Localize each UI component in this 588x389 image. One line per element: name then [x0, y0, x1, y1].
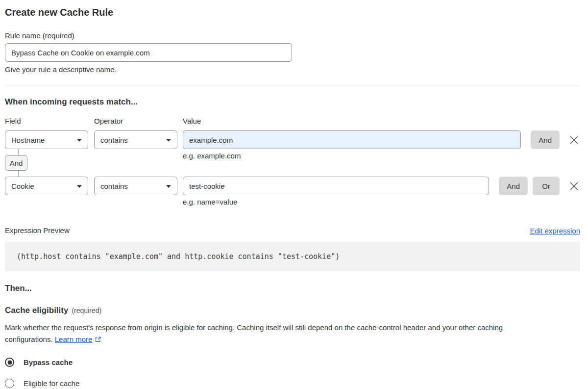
add-or-condition-button-row2[interactable]: Or: [533, 177, 560, 195]
radio-eligible-for-cache-label: Eligible for cache: [24, 379, 79, 388]
close-icon: [569, 182, 579, 191]
match-column-headers: Field Operator Value: [5, 117, 580, 126]
chevron-down-icon: [77, 185, 82, 188]
radio-button-icon: [5, 358, 14, 367]
operator-select-row1[interactable]: contains: [94, 130, 177, 149]
value-input-row2[interactable]: [183, 177, 489, 195]
learn-more-link[interactable]: Learn more: [55, 335, 93, 343]
value-hint-row1: e.g. example.com: [183, 152, 241, 160]
then-section-heading: Then...: [5, 284, 580, 293]
description-line1: Mark whether the request’s response from…: [5, 323, 503, 332]
value-input-row1[interactable]: [183, 130, 521, 149]
radio-bypass-cache[interactable]: Bypass cache: [5, 358, 580, 367]
rule-name-label: Rule name (required): [5, 31, 580, 40]
field-column-label: Field: [5, 117, 88, 126]
match-row-2: Cookie contains And Or: [5, 177, 580, 195]
page-title: Create new Cache Rule: [5, 6, 580, 19]
create-cache-rule-form: Create new Cache Rule Rule name (require…: [0, 0, 588, 388]
chevron-down-icon: [77, 139, 82, 142]
match-row-1: Hostname contains And: [5, 130, 580, 149]
expression-preview-code: (http.host contains "example.com" and ht…: [5, 242, 580, 271]
condition-connector-block: And e.g. example.com: [5, 149, 580, 177]
chevron-down-icon: [166, 185, 171, 188]
field-select-row1[interactable]: Hostname: [5, 130, 88, 149]
description-line2: configurations.: [5, 335, 53, 343]
remove-condition-button-row2[interactable]: [567, 180, 580, 192]
field-select-row1-value: Hostname: [11, 136, 45, 144]
radio-dot: [7, 360, 12, 364]
external-link-icon: [95, 336, 101, 344]
cache-eligibility-heading: Cache eligibility(required): [5, 306, 580, 315]
section-divider: [5, 86, 580, 86]
remove-condition-button-row1[interactable]: [567, 133, 580, 146]
field-select-row2-value: Cookie: [11, 182, 34, 190]
cache-eligibility-label: Cache eligibility: [5, 306, 68, 315]
rule-name-input[interactable]: [5, 43, 292, 62]
chevron-down-icon: [166, 139, 171, 142]
add-and-condition-button-row2[interactable]: And: [499, 177, 528, 195]
rule-name-help: Give your rule a descriptive name.: [5, 65, 580, 74]
required-note: (required): [72, 307, 101, 314]
value-column-label: Value: [183, 117, 580, 126]
match-section-heading: When incoming requests match...: [5, 97, 580, 107]
and-connector-chip[interactable]: And: [5, 155, 27, 171]
operator-column-label: Operator: [94, 117, 177, 126]
operator-select-row1-value: contains: [100, 136, 128, 144]
expression-preview-header: Expression Preview Edit expression: [5, 226, 580, 235]
radio-bypass-cache-label: Bypass cache: [24, 358, 73, 366]
cache-eligibility-options: Bypass cache Eligible for cache: [5, 358, 580, 388]
close-icon: [569, 135, 579, 145]
edit-expression-link[interactable]: Edit expression: [530, 227, 580, 235]
add-and-condition-button-row1[interactable]: And: [531, 130, 560, 149]
radio-eligible-for-cache[interactable]: Eligible for cache: [5, 379, 580, 388]
cache-eligibility-description: Mark whether the request’s response from…: [5, 322, 580, 346]
operator-select-row2-value: contains: [100, 182, 128, 190]
field-select-row2[interactable]: Cookie: [5, 177, 88, 195]
value-hint-row2: e.g. name=value: [183, 198, 580, 207]
operator-select-row2[interactable]: contains: [94, 177, 177, 195]
radio-button-icon: [5, 379, 14, 388]
expression-preview-label: Expression Preview: [5, 226, 70, 235]
